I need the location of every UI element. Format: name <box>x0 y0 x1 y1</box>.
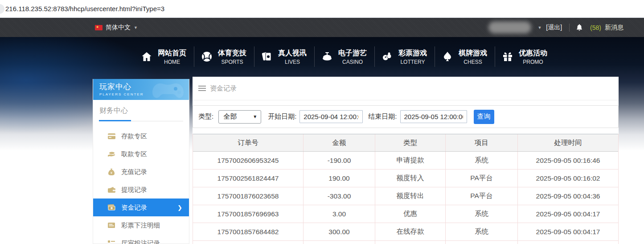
lottery-balls-icon <box>381 51 393 63</box>
nav-home-en: HOME <box>156 59 188 65</box>
filter-bar: 类型: 全部 ▼ 开始日期: 结束日期: 查询 <box>193 105 619 128</box>
type-select[interactable]: 全部 ▼ <box>218 110 261 124</box>
nav-chess-en: CHESS <box>457 59 488 65</box>
reload-icon[interactable] <box>0 4 4 14</box>
main-nav: 网站首页HOME 体育竞技SPORTS 真人视讯LIVES 电子游艺CASINO… <box>140 43 549 70</box>
cell-type: 额度转出 <box>375 187 446 205</box>
end-date-input[interactable] <box>400 110 467 123</box>
sidebar-item-label: 取款专区 <box>121 150 147 158</box>
sidebar-item-lottery-bets[interactable]: 彩票下注明细 <box>93 216 189 234</box>
table-row: 1757002606953245 -190.00 申请提款 系统 2025-09… <box>193 152 618 170</box>
cell-project: PA平台 <box>446 170 518 187</box>
page-title: 资金记录 <box>210 84 237 93</box>
nav-casino-en: CASINO <box>337 59 368 65</box>
sidebar-item-label: 资金记录 <box>121 203 147 212</box>
banknotes-icon <box>107 204 115 211</box>
sidebar-item-hall-bets[interactable]: 厅室投注记录 <box>93 234 189 244</box>
chevron-down-icon: ▼ <box>134 25 138 30</box>
nav-sports-en: SPORTS <box>217 59 248 65</box>
table-row: 1757001857696963 3.00 优惠 系统 2025-09-05 0… <box>193 205 618 223</box>
cell-order-id: 1757002561824447 <box>193 170 304 187</box>
cell-time: 2025-09-05 00:16:02 <box>518 170 618 187</box>
page-url[interactable]: 216.118.235.52:8783/hhcp/usercenter.html… <box>5 0 164 17</box>
nav-divider <box>374 46 375 67</box>
cell-order-id: 1757001876023658 <box>193 187 304 205</box>
live-cards-icon <box>261 51 273 63</box>
nav-chess[interactable]: 棋牌游戏CHESS <box>441 49 488 65</box>
nav-divider <box>194 46 194 67</box>
search-button[interactable]: 查询 <box>474 110 494 124</box>
sidebar-item-label: 充值记录 <box>121 168 147 176</box>
hamburger-icon[interactable] <box>198 84 206 92</box>
sidebar-item-funds-record[interactable]: 资金记录 ❯ <box>93 199 189 216</box>
nav-divider <box>254 46 254 67</box>
col-amount: 金额 <box>304 134 375 151</box>
hall-list-icon <box>107 240 115 244</box>
cell-project: PA平台 <box>446 187 518 205</box>
new-messages-link[interactable]: 新消息 <box>605 24 623 32</box>
cell-order-id: 1757002606953245 <box>193 152 304 169</box>
sidebar-item-recharge-record[interactable]: ¥ 充值记录 <box>93 163 189 181</box>
cell-project: 系统 <box>446 205 518 223</box>
breadcrumb: 资金记录 <box>193 77 619 100</box>
sidebar-item-label: 提现记录 <box>121 186 147 194</box>
select-chevron-icon: ▼ <box>253 114 257 119</box>
sidebar-item-withdraw[interactable]: 取款专区 <box>93 145 189 163</box>
svg-text:¥: ¥ <box>111 171 112 174</box>
nav-lives[interactable]: 真人视讯LIVES <box>261 49 308 65</box>
moneybag-icon: ¥ <box>107 169 115 175</box>
logout-link[interactable]: [退出] <box>546 24 562 32</box>
start-date-input[interactable] <box>299 110 363 123</box>
wallet-icon <box>107 187 115 193</box>
nav-sports-zh: 体育竞技 <box>217 49 248 58</box>
type-select-value: 全部 <box>223 112 237 121</box>
sidebar-item-deposit[interactable]: 存款专区 <box>93 127 189 145</box>
cell-type: 优惠 <box>375 205 446 223</box>
nav-lives-en: LIVES <box>277 59 308 65</box>
cell-time: 2025-09-05 00:16:46 <box>518 152 618 169</box>
sidebar-header: 玩家中心 PLAYERS CENTER <box>93 79 189 100</box>
end-date-label: 结束日期: <box>368 112 397 121</box>
browser-address-bar: 216.118.235.52:8783/hhcp/usercenter.html… <box>0 0 644 18</box>
nav-lottery[interactable]: 彩票游戏LOTTERY <box>381 49 428 65</box>
withdraw-hand-icon <box>107 151 115 157</box>
nav-sports[interactable]: 体育竞技SPORTS <box>201 49 248 65</box>
cell-time: 2025-09-05 00:04:17 <box>518 223 618 240</box>
table-header-row: 订单号 金额 类型 项目 处理时间 <box>193 134 618 152</box>
sports-icon <box>201 51 213 63</box>
user-chevron-down-icon[interactable]: ▼ <box>537 25 541 30</box>
china-flag-icon: ★ <box>95 25 103 30</box>
language-label: 简体中文 <box>106 24 131 32</box>
type-label: 类型: <box>198 112 213 121</box>
deposit-card-icon <box>107 133 115 139</box>
username-redacted[interactable] <box>488 21 531 33</box>
nav-promo[interactable]: 优惠活动PROMO <box>501 49 549 65</box>
sidebar-item-withdrawal-record[interactable]: 提现记录 <box>93 181 189 199</box>
nav-lives-zh: 真人视讯 <box>277 49 308 58</box>
spade-icon <box>441 51 453 63</box>
cell-amount: 190.00 <box>304 170 375 187</box>
start-date-label: 开始日期: <box>268 112 296 121</box>
nav-lottery-zh: 彩票游戏 <box>397 49 428 58</box>
nav-home[interactable]: 网站首页HOME <box>140 49 188 65</box>
table-row: 1757002561824447 190.00 额度转入 PA平台 2025-0… <box>193 170 618 187</box>
message-count[interactable]: (58) <box>590 24 601 31</box>
funds-table: 订单号 金额 类型 项目 处理时间 1757002606953245 -190.… <box>193 134 619 244</box>
nav-casino[interactable]: 电子游艺CASINO <box>321 49 368 65</box>
sidebar-item-label: 存款专区 <box>121 132 147 141</box>
roulette-icon <box>321 51 333 63</box>
players-center-sidebar: 玩家中心 PLAYERS CENTER 财务中心 存款专区 取款专区 ¥ 充值记… <box>93 79 189 244</box>
cell-type: 额度转入 <box>375 170 446 187</box>
topbar-divider <box>569 24 570 32</box>
nav-casino-zh: 电子游艺 <box>337 49 368 58</box>
nav-promo-en: PROMO <box>517 59 549 65</box>
col-time: 处理时间 <box>518 134 618 151</box>
gamepad-icon <box>151 81 185 100</box>
language-selector[interactable]: ★ 简体中文 ▼ <box>95 18 138 37</box>
table-row-partial <box>193 241 618 244</box>
cell-amount: -190.00 <box>304 152 375 169</box>
nav-promo-zh: 优惠活动 <box>517 49 549 58</box>
notification-bell-icon[interactable] <box>576 24 583 31</box>
cell-project: 系统 <box>446 223 518 240</box>
nav-lottery-en: LOTTERY <box>397 59 428 65</box>
